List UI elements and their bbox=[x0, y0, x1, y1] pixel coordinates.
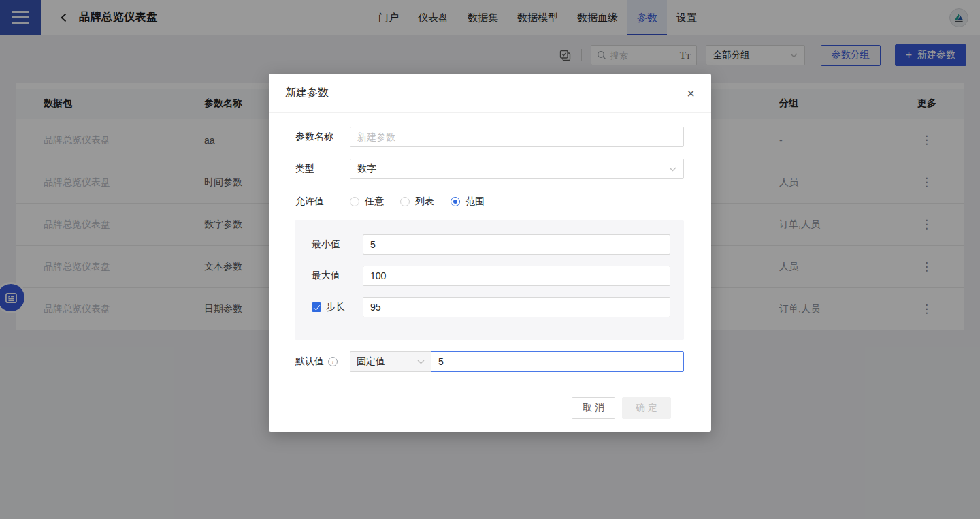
radio-selected-icon bbox=[451, 197, 460, 206]
type-select-value: 数字 bbox=[357, 163, 376, 175]
radio-option-any[interactable]: 任意 bbox=[350, 195, 384, 208]
confirm-button[interactable]: 确 定 bbox=[622, 397, 671, 419]
step-input[interactable] bbox=[363, 297, 670, 317]
type-select[interactable]: 数字 bbox=[350, 159, 684, 179]
default-value-row: 默认值 i 固定值 bbox=[295, 351, 685, 372]
radio-icon bbox=[400, 197, 410, 206]
allowed-values-row: 允许值 任意 列表 范围 bbox=[295, 195, 685, 208]
param-name-label: 参数名称 bbox=[295, 131, 350, 143]
min-value-label: 最小值 bbox=[312, 238, 363, 251]
allowed-values-label: 允许值 bbox=[295, 195, 350, 208]
type-row: 类型 数字 bbox=[295, 159, 685, 179]
new-parameter-modal: 新建参数 × 参数名称 类型 数字 允许值 bbox=[269, 74, 711, 432]
chevron-down-icon bbox=[669, 167, 676, 172]
modal-title: 新建参数 bbox=[285, 86, 329, 100]
info-icon: i bbox=[328, 357, 338, 366]
radio-option-range-label: 范围 bbox=[466, 195, 485, 208]
app-screen: 品牌总览仪表盘 门户 仪表盘 数据集 数据模型 数据血缘 参数 设置 bbox=[0, 0, 980, 519]
chevron-down-icon bbox=[417, 360, 425, 364]
radio-option-range[interactable]: 范围 bbox=[451, 195, 485, 208]
radio-option-list-label: 列表 bbox=[415, 195, 434, 208]
max-value-label: 最大值 bbox=[312, 270, 363, 282]
radio-option-any-label: 任意 bbox=[365, 195, 384, 208]
modal-body: 参数名称 类型 数字 允许值 任意 bbox=[269, 113, 711, 419]
step-row: 步长 bbox=[312, 297, 670, 317]
modal-header: 新建参数 × bbox=[269, 74, 711, 113]
param-name-input[interactable] bbox=[350, 127, 684, 147]
modal-footer: 取 消 确 定 bbox=[295, 372, 685, 419]
type-label: 类型 bbox=[295, 163, 350, 175]
close-icon[interactable]: × bbox=[687, 86, 695, 100]
default-value-input[interactable] bbox=[431, 351, 684, 372]
radio-icon bbox=[350, 197, 359, 206]
default-mode-select[interactable]: 固定值 bbox=[350, 351, 431, 372]
step-checkbox[interactable] bbox=[312, 302, 321, 312]
max-value-row: 最大值 bbox=[312, 266, 670, 286]
default-mode-value: 固定值 bbox=[357, 356, 385, 368]
step-label: 步长 bbox=[326, 301, 345, 313]
cancel-button[interactable]: 取 消 bbox=[572, 397, 615, 419]
default-value-label: 默认值 bbox=[295, 356, 324, 368]
param-name-row: 参数名称 bbox=[295, 127, 685, 147]
range-settings-panel: 最小值 最大值 步长 bbox=[295, 220, 684, 340]
max-value-input[interactable] bbox=[363, 266, 670, 286]
min-value-row: 最小值 bbox=[312, 234, 670, 255]
min-value-input[interactable] bbox=[363, 234, 670, 255]
radio-option-list[interactable]: 列表 bbox=[400, 195, 434, 208]
